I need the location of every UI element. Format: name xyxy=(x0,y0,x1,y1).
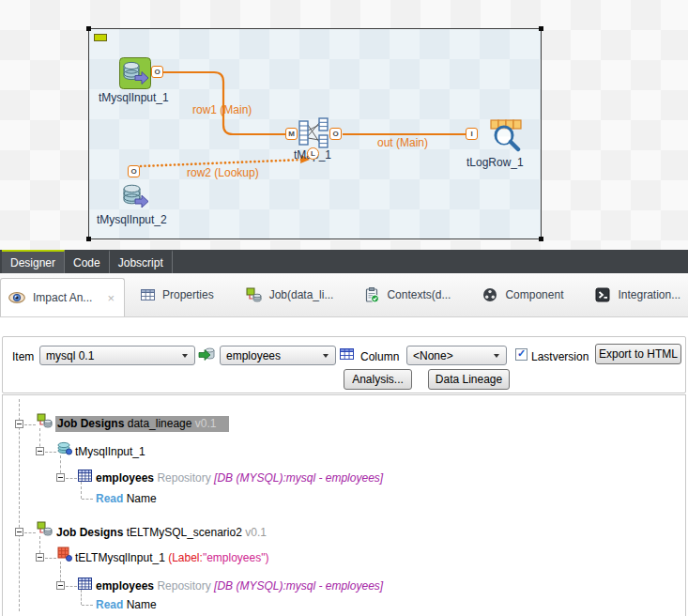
impact-analysis-toolbar: Item mysql 0.1 employees Column <None> ✓… xyxy=(2,336,686,393)
job-designer-canvas[interactable]: tMysqlInput_1 tMap_1 xyxy=(0,0,688,250)
item-select[interactable]: mysql 0.1 xyxy=(39,346,195,365)
mysql-input-icon xyxy=(119,57,151,89)
integration-icon xyxy=(595,287,610,302)
connection-label-out[interactable]: out (Main) xyxy=(377,136,428,149)
tree-line xyxy=(82,605,93,606)
tab-properties[interactable]: Properties xyxy=(125,273,230,316)
table-select[interactable]: employees xyxy=(220,346,336,365)
expander-minus[interactable] xyxy=(15,420,23,428)
port-badge-output[interactable]: O xyxy=(151,66,163,78)
expander-minus[interactable] xyxy=(36,553,44,562)
tab-integration[interactable]: Integration... xyxy=(579,273,688,316)
column-label: Column xyxy=(360,350,399,363)
component-label[interactable]: tMysqlInput_2 xyxy=(97,213,167,226)
table-icon xyxy=(141,289,155,300)
component-tmysqlinput1[interactable] xyxy=(119,57,151,93)
tree-line xyxy=(82,499,93,500)
impact-analysis-tree: Job Designs data_lineage v0.1 tMysqlInpu… xyxy=(2,394,686,616)
lastversion-label: Lastversion xyxy=(531,350,589,363)
component-label[interactable]: tMysqlInput_1 xyxy=(99,91,169,104)
job-icon xyxy=(37,413,53,428)
tab-contexts[interactable]: Contexts(d... xyxy=(349,273,466,316)
component-icon xyxy=(482,287,497,302)
tab-designer[interactable]: Designer xyxy=(2,250,65,273)
expander-minus[interactable] xyxy=(56,473,65,482)
tab-impact-analysis[interactable]: Impact An... × xyxy=(0,278,125,316)
tree-line xyxy=(66,586,77,587)
tab-code[interactable]: Code xyxy=(65,250,110,273)
tree-line xyxy=(66,478,77,479)
refresh-schema-icon[interactable] xyxy=(198,346,215,363)
job-icon xyxy=(246,287,262,302)
port-badge-output[interactable]: O xyxy=(329,128,342,140)
tree-line xyxy=(81,482,82,499)
editor-tabbar: Designer Code Jobscript xyxy=(0,250,688,273)
tree-row-read[interactable]: Read Name xyxy=(96,491,157,506)
tree-row-schema[interactable]: employees Repository [DB (MYSQL):mysql -… xyxy=(96,470,383,485)
expander-minus[interactable] xyxy=(36,447,44,455)
contexts-icon xyxy=(365,287,379,303)
schema-table-icon xyxy=(78,578,92,590)
schema-table-icon xyxy=(78,470,92,482)
chevron-down-icon xyxy=(323,354,329,358)
port-badge-input[interactable]: I xyxy=(466,128,478,140)
item-label: Item xyxy=(12,350,34,363)
view-tabbar: Impact An... × Properties Job(data_li... xyxy=(0,273,688,317)
port-badge-main-in[interactable]: M xyxy=(285,128,298,140)
column-select[interactable]: <None> xyxy=(406,346,507,365)
tmap-icon xyxy=(298,117,329,149)
job-icon xyxy=(37,521,53,536)
component-tlogrow1[interactable] xyxy=(486,118,526,156)
mysql-input-icon xyxy=(57,440,72,455)
lastversion-checkbox[interactable]: ✓ xyxy=(515,348,527,361)
expander-minus[interactable] xyxy=(56,581,65,590)
component-label[interactable]: tLogRow_1 xyxy=(466,156,524,169)
tree-line xyxy=(45,452,56,453)
tab-job-data-lineage[interactable]: Job(data_li... xyxy=(230,273,350,316)
tree-line xyxy=(24,532,36,533)
port-badge-output[interactable]: O xyxy=(128,165,140,177)
tree-line xyxy=(81,590,82,605)
tree-row-component[interactable]: tMysqlInput_1 xyxy=(75,444,145,459)
tree-row-job[interactable]: Job Designs data_lineage v0.1 xyxy=(55,416,229,431)
tab-jobscript[interactable]: Jobscript xyxy=(110,250,173,273)
chevron-down-icon xyxy=(182,354,188,358)
close-icon[interactable]: × xyxy=(107,291,115,305)
talend-studio-window: tMysqlInput_1 tMap_1 xyxy=(0,0,688,616)
tree-row-read[interactable]: Read Name xyxy=(96,597,157,612)
check-icon: ✓ xyxy=(517,348,526,359)
port-badge-lookup[interactable]: L xyxy=(307,147,319,160)
tree-row-component[interactable]: tELTMysqlInput_1 (Label: "employees") xyxy=(75,550,268,565)
tree-line xyxy=(19,399,20,611)
component-tmysqlinput2[interactable] xyxy=(119,181,151,217)
chevron-down-icon xyxy=(494,354,499,358)
eye-icon xyxy=(8,292,25,303)
expander-minus[interactable] xyxy=(15,528,23,536)
tree-line xyxy=(24,424,36,425)
tab-component[interactable]: Component xyxy=(466,273,579,316)
tree-row-job[interactable]: Job Designs tELTMySQL_scenario2 v0.1 xyxy=(56,525,267,540)
mysql-input-icon xyxy=(119,181,151,213)
connection-label-row2[interactable]: row2 (Lookup) xyxy=(187,166,259,179)
analysis-button[interactable]: Analysis... xyxy=(344,369,412,390)
elt-mysql-input-icon xyxy=(57,547,72,562)
tree-row-schema[interactable]: employees Repository [DB (MYSQL):mysql -… xyxy=(96,578,383,593)
table-icon xyxy=(340,348,354,360)
connection-row2-lookup[interactable] xyxy=(141,160,304,166)
tree-line xyxy=(45,558,56,559)
data-lineage-button[interactable]: Data Lineage xyxy=(428,369,510,390)
tlogrow-icon xyxy=(486,118,526,152)
connection-label-row1[interactable]: row1 (Main) xyxy=(192,103,252,116)
export-to-html-button[interactable]: Export to HTML xyxy=(595,344,681,364)
